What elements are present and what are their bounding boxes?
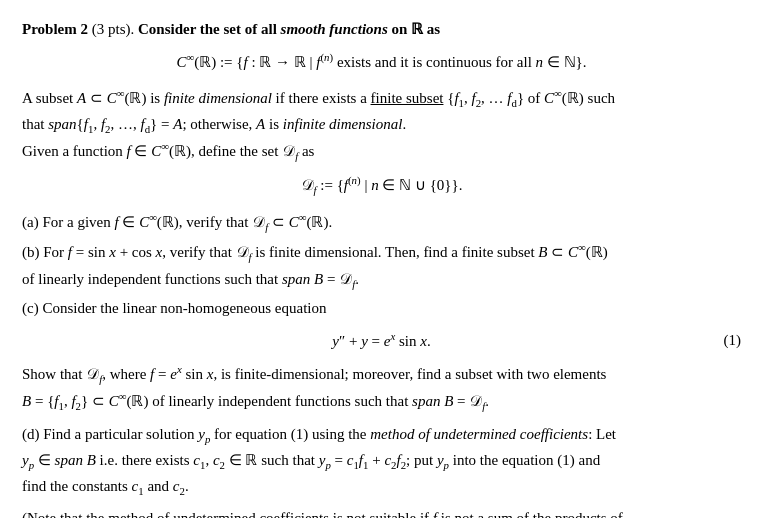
- problem-container: Problem 2 (3 pts). Consider the set of a…: [22, 18, 741, 518]
- problem-number: Problem 2: [22, 21, 88, 37]
- equation-number: (1): [724, 329, 742, 352]
- equation-1: y″ + y = ex sin x.: [332, 328, 430, 353]
- show-df-text: Show that 𝒟f, where f = ex sin x, is fin…: [22, 361, 741, 416]
- cinfty-def: C∞(ℝ) := {f : ℝ → ℝ | f(n) exists and it…: [22, 49, 741, 74]
- df-def: 𝒟f := {f(n) | n ∈ ℕ ∪ {0}}.: [22, 172, 741, 199]
- equation-1-row: y″ + y = ex sin x. (1): [22, 328, 741, 353]
- problem-pts: (3 pts).: [92, 21, 138, 37]
- part-c-intro: (c) Consider the linear non-homogeneous …: [22, 296, 741, 320]
- part-b: (b) For f = sin x + cos x, verify that 𝒟…: [22, 239, 741, 293]
- part-d: (d) Find a particular solution yp for eq…: [22, 422, 741, 501]
- subset-def-para: A subset A ⊂ C∞(ℝ) is finite dimensional…: [22, 85, 741, 166]
- problem-header: Problem 2 (3 pts). Consider the set of a…: [22, 18, 741, 41]
- intro-text: Consider the set of all smooth functions…: [138, 21, 440, 37]
- part-a: (a) For a given f ∈ C∞(ℝ), verify that 𝒟…: [22, 209, 741, 236]
- note-text: (Note that the method of undetermined co…: [22, 506, 741, 518]
